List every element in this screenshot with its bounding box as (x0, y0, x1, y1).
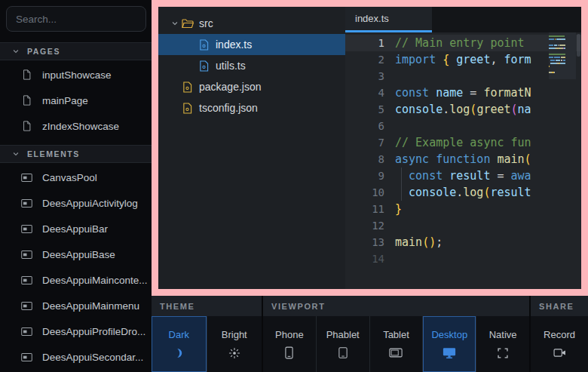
scrollbar-thumb[interactable] (577, 34, 580, 57)
sidebar-item-label: inputShowcase (42, 69, 112, 81)
tree-item-src[interactable]: src (158, 13, 345, 34)
minimap-line (549, 38, 576, 40)
code-area[interactable]: 1// Main entry point2import { greet, for… (345, 32, 581, 289)
component-icon (21, 174, 32, 182)
record-icon (553, 346, 566, 360)
line-number: 10 (345, 186, 395, 198)
tab-index-ts[interactable]: index.ts (345, 7, 432, 32)
dark-button[interactable]: Dark (152, 316, 207, 372)
sidebar-item-label: DeesAppuiBar (42, 223, 108, 235)
button-label: Dark (169, 329, 189, 340)
json-file-icon (181, 81, 194, 93)
section-label: ELEMENTS (27, 149, 80, 158)
editor-scrollbar[interactable] (576, 32, 581, 289)
code-line: 13main(); (345, 234, 581, 251)
minimap[interactable] (549, 32, 576, 289)
button-label: Bright (222, 329, 247, 340)
sun-icon (228, 346, 240, 360)
line-number: 5 (345, 103, 395, 115)
sidebar-item-label: mainPage (42, 95, 88, 106)
sidebar-item-label: DeesAppuiMainconte... (42, 275, 148, 286)
button-label: Desktop (431, 329, 467, 340)
ts-file-icon (198, 39, 210, 51)
minimap-line (549, 69, 576, 70)
moon-icon (173, 346, 185, 360)
sidebar-item-canvaspool[interactable]: CanvasPool (0, 164, 152, 190)
sidebar-item-zindexshowcase[interactable]: zIndexShowcase (0, 113, 152, 139)
code-line: 4const name = formatN (345, 85, 581, 101)
minimap-line (549, 66, 576, 67)
sidebar-item-label: DeesAppuiSecondar... (42, 352, 143, 363)
tree-item-label: utils.ts (216, 60, 246, 72)
button-label: Record (544, 329, 575, 340)
record-button[interactable]: Record (531, 316, 588, 372)
minimap-line (549, 42, 576, 43)
page-icon (21, 69, 32, 80)
sidebar-item-label: CanvasPool (42, 172, 97, 183)
json-file-icon (181, 103, 194, 114)
bright-button[interactable]: Bright (207, 316, 262, 372)
file-tree: srcindex.tsutils.tspackage.jsontsconfig.… (158, 7, 345, 289)
native-button[interactable]: Native (476, 316, 529, 372)
code-line: 11} (345, 201, 581, 217)
toolbar-group-share: SHARERecord (531, 296, 588, 372)
tree-item-index-ts[interactable]: index.ts (158, 34, 345, 55)
sidebar-item-deesappuisecondar[interactable]: DeesAppuiSecondar... (0, 344, 152, 370)
component-icon (21, 251, 32, 259)
line-number: 14 (345, 253, 395, 265)
button-label: Native (489, 329, 517, 340)
line-number: 7 (345, 137, 395, 149)
toolbar-group-label-share: SHARE (531, 296, 588, 316)
tree-item-label: package.json (199, 81, 262, 93)
editor: index.ts 1// Main entry point2import { g… (345, 7, 581, 289)
tree-item-label: index.ts (216, 38, 252, 51)
sidebar-item-label: DeesAppuiMainmenu (42, 300, 139, 312)
sidebar-item-label: DeesAppuiActivitylog (42, 198, 138, 209)
desktop-button[interactable]: Desktop (423, 316, 476, 372)
sidebar-item-label: zIndexShowcase (42, 121, 119, 132)
phablet-button[interactable]: Phablet (317, 316, 370, 372)
code-line: 6 (345, 118, 581, 134)
section-header-elements[interactable]: ELEMENTS (0, 145, 152, 163)
toolbar-group-label-viewport: VIEWPORT (263, 296, 529, 316)
component-icon (21, 353, 32, 361)
sidebar-item-deesappuiactivitylog[interactable]: DeesAppuiActivitylog (0, 190, 152, 216)
toolbar-group-viewport: VIEWPORTPhonePhabletTabletDesktopNative (263, 296, 529, 372)
phone-button[interactable]: Phone (263, 316, 317, 372)
line-number: 3 (345, 70, 395, 82)
component-icon (21, 327, 32, 336)
minimap-line (549, 54, 576, 55)
tab-label: index.ts (355, 13, 389, 24)
code-line: 3 (345, 68, 581, 85)
sidebar-item-deesappuimainmenu[interactable]: DeesAppuiMainmenu (0, 293, 152, 318)
tree-item-utils-ts[interactable]: utils.ts (158, 55, 345, 76)
sidebar-item-mainpage[interactable]: mainPage (0, 88, 152, 113)
sidebar-item-deesappuiprofiledro[interactable]: DeesAppuiProfileDro... (0, 318, 152, 344)
line-number: 8 (345, 153, 395, 165)
section-label: PAGES (27, 47, 60, 56)
editor-tab-bar: index.ts (345, 7, 581, 32)
minimap-line (549, 60, 576, 61)
toolbar-group-label-theme: THEME (152, 296, 262, 316)
minimap-line (549, 57, 576, 58)
chevron-down-icon (12, 150, 20, 158)
minimap-line (549, 63, 576, 64)
sidebar-item-deesappuimainconte[interactable]: DeesAppuiMainconte... (0, 267, 152, 293)
component-icon (21, 276, 32, 284)
search-input[interactable] (6, 6, 146, 32)
sidebar-item-inputshowcase[interactable]: inputShowcase (0, 62, 152, 88)
tree-item-label: src (199, 17, 213, 29)
chevron-down-icon (168, 20, 181, 27)
tablet-icon (389, 346, 403, 360)
tree-item-package-json[interactable]: package.json (158, 76, 345, 97)
minimap-line (549, 75, 576, 76)
sidebar-item-label: DeesAppuiBase (42, 249, 115, 260)
tablet-button[interactable]: Tablet (370, 316, 424, 372)
sidebar-item-deesappuibase[interactable]: DeesAppuiBase (0, 241, 152, 267)
preview-frame: srcindex.tsutils.tspackage.jsontsconfig.… (152, 0, 588, 296)
tree-item-tsconfig-json[interactable]: tsconfig.json (158, 97, 345, 118)
sidebar-item-deesappuibar[interactable]: DeesAppuiBar (0, 216, 152, 241)
desktop-icon (443, 346, 456, 360)
section-header-pages[interactable]: PAGES (0, 42, 152, 60)
toolbar-group-theme: THEMEDarkBright (152, 296, 262, 372)
